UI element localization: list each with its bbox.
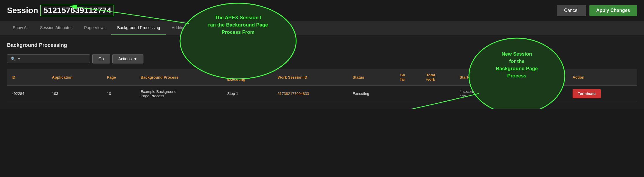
actions-chevron-icon: ▼	[134, 56, 138, 61]
status-badge: Executing	[353, 91, 369, 96]
actions-button[interactable]: Actions ▼	[112, 54, 144, 63]
title-prefix: Session	[7, 6, 38, 15]
cell-page: 10	[102, 85, 136, 102]
terminate-button[interactable]: Terminate	[573, 89, 601, 98]
col-header-page: Page	[102, 69, 136, 85]
session-id: 512157639112774	[40, 5, 114, 16]
col-header-background-process: Background Process	[136, 69, 222, 85]
table-row: 492284 103 10 Example BackgroundPage Pro…	[7, 85, 637, 102]
search-bar: 🔍 ▼ Go Actions ▼	[7, 54, 637, 63]
tab-additional-information[interactable]: Additional Information	[166, 21, 217, 35]
cell-total-work	[422, 85, 455, 102]
cell-action: Terminate	[568, 85, 637, 102]
search-input[interactable]	[22, 56, 86, 61]
section-title: Background Processing	[7, 42, 637, 48]
col-header-last-change[interactable]: Last Change ↕	[504, 69, 568, 85]
cell-so-far	[396, 85, 422, 102]
search-input-wrapper[interactable]: 🔍 ▼	[7, 54, 90, 63]
cancel-button[interactable]: Cancel	[557, 5, 586, 16]
col-header-application: Application	[47, 69, 102, 85]
cell-work-session-id: 517382177094833	[273, 85, 348, 102]
col-header-total-work: Totalwork	[422, 69, 455, 85]
cell-last-change: 3 secondsago	[504, 85, 568, 102]
cell-id: 492284	[7, 85, 47, 102]
cell-status: Executing	[348, 85, 396, 102]
cell-started: 4 secondsago	[455, 85, 504, 102]
table-header-row: ID Application Page Background Process C…	[7, 69, 637, 85]
tab-session-attributes[interactable]: Session Attributes	[34, 21, 78, 35]
col-header-id: ID	[7, 69, 47, 85]
page-header: Session 512157639112774 Cancel Apply Cha…	[0, 0, 644, 21]
col-header-currently-executing: CurrentlyExecuting	[223, 69, 273, 85]
apply-changes-button[interactable]: Apply Changes	[589, 5, 637, 16]
cell-currently-executing: Step 1	[223, 85, 273, 102]
content-area: The APEX Session I ran the Background Pa…	[0, 35, 644, 109]
page-title: Session 512157639112774	[7, 5, 114, 16]
tab-show-all[interactable]: Show All	[7, 21, 34, 35]
tab-background-processing[interactable]: Background Processing	[111, 21, 166, 35]
header-actions: Cancel Apply Changes	[557, 5, 637, 16]
cell-background-process: Example BackgroundPage Process	[136, 85, 222, 102]
col-header-status: Status	[348, 69, 396, 85]
col-header-so-far: Sofar	[396, 69, 422, 85]
search-icon: 🔍	[11, 56, 16, 61]
nav-tabs: Show All Session Attributes Page Views B…	[0, 21, 644, 35]
col-header-work-session-id: Work Session ID	[273, 69, 348, 85]
actions-label: Actions	[118, 56, 132, 61]
tab-page-views[interactable]: Page Views	[78, 21, 111, 35]
col-header-started: Started	[455, 69, 504, 85]
cell-application: 103	[47, 85, 102, 102]
chevron-down-icon: ▼	[17, 57, 21, 61]
go-button[interactable]: Go	[92, 54, 110, 63]
work-session-id-link[interactable]: 517382177094833	[278, 91, 309, 96]
col-header-action: Action	[568, 69, 637, 85]
background-processing-table: ID Application Page Background Process C…	[7, 69, 637, 102]
